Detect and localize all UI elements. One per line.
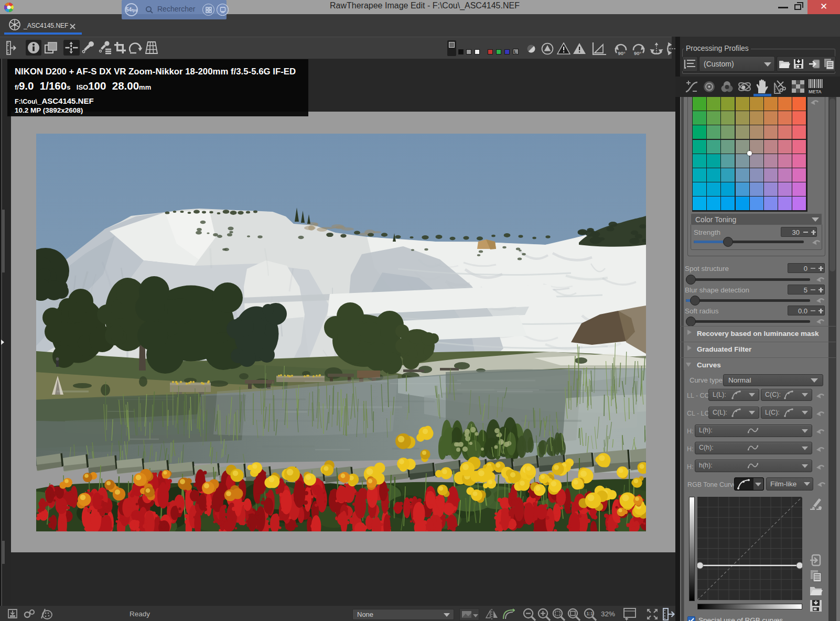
svg-text:90°: 90° (618, 50, 626, 56)
svg-text:90°: 90° (634, 50, 642, 56)
svg-text:1:1: 1:1 (587, 611, 594, 616)
svg-text:META: META (809, 89, 822, 94)
